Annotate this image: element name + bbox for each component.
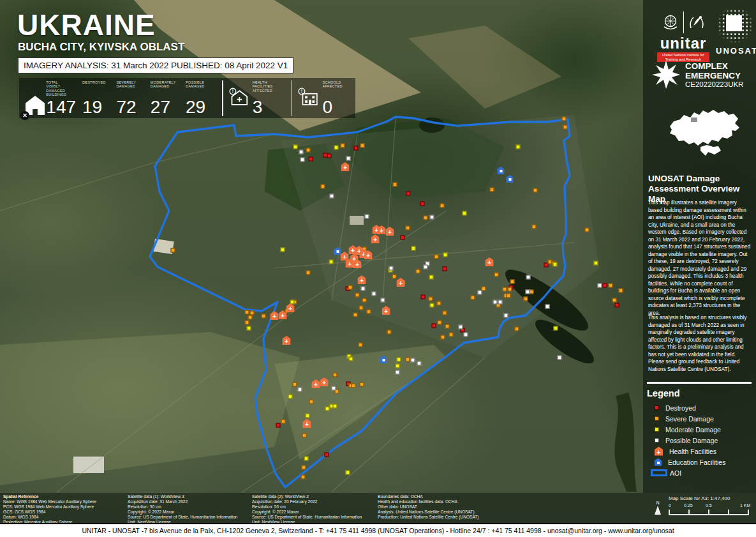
marker-moderate-damage <box>594 261 598 266</box>
divider <box>222 80 223 116</box>
marker-health-facility <box>382 306 390 315</box>
marker-severe-damage <box>306 271 311 275</box>
stat-label: TOTAL VISIBLY DAMAGED BUILDINGS <box>46 80 78 97</box>
marker-severe-damage <box>250 311 255 315</box>
footer-line: Boundaries data: OCHA <box>378 494 524 499</box>
legend-item-aoi: AOI <box>652 467 753 478</box>
legend-label: Possible Damage <box>665 437 718 444</box>
unitar-logo: unitar United Nations Institute for Trai… <box>657 9 709 62</box>
marker-severe-damage <box>530 290 534 294</box>
marker-severe-damage <box>309 400 314 404</box>
marker-destroyed <box>615 303 619 308</box>
marker-severe-damage <box>429 297 433 301</box>
map-scale-text: Map Scale for A3: 1:47,400 <box>669 495 753 501</box>
marker-severe-damage <box>440 204 445 208</box>
unosat-logo: UNOSAT <box>716 9 754 56</box>
legend-label: Moderate Damage <box>665 426 721 434</box>
health-facility-icon: ! <box>229 84 250 110</box>
scale-bar <box>669 510 749 515</box>
marker-moderate-damage <box>396 364 400 368</box>
scale-tick-label: 1 KM <box>740 503 750 508</box>
school-icon: ! <box>298 84 320 110</box>
marker-destroyed <box>443 267 447 271</box>
starburst-icon <box>652 61 680 89</box>
legend-label: Destroyed <box>665 404 696 412</box>
destroyed-swatch-icon <box>655 405 659 410</box>
legend: Destroyed Severe Damage Moderate Damage … <box>652 402 753 478</box>
marker-severe-damage <box>302 434 307 438</box>
stat-label: DESTROYED <box>82 80 112 84</box>
ukraine-locator-map <box>661 102 744 161</box>
marker-possible-damage <box>424 265 428 269</box>
marker-moderate-damage <box>281 248 285 252</box>
stat-health-facilities: HEALTH FACILITIES AFFECTED 3 <box>253 80 282 116</box>
marker-health-facility <box>341 162 350 171</box>
unosat-wordmark: UNOSAT <box>716 46 754 56</box>
footer-line: Other data: UNOSAT <box>378 504 524 510</box>
stat-value: 3 <box>253 98 282 116</box>
footer-spatial-reference: Spatial Reference Name: WGS 1984 Web Mer… <box>3 494 124 524</box>
marker-possible-damage <box>411 358 415 363</box>
unitar-emblems <box>657 9 709 36</box>
marker-possible-damage <box>526 275 531 280</box>
marker-moderate-damage <box>325 407 330 411</box>
aoi-swatch-icon <box>651 469 667 476</box>
marker-destroyed <box>603 284 607 288</box>
unitar-wordmark: unitar <box>657 36 709 51</box>
marker-moderate-damage <box>553 262 558 267</box>
footer-line: Resolution: 50 cm <box>252 504 373 510</box>
marker-severe-damage <box>392 275 397 279</box>
marker-severe-damage <box>353 313 358 317</box>
stat-moderately-damaged: MODERATELY DAMAGED 27 <box>151 80 182 116</box>
footer-data-sources: Boundaries data: OCHA Health and educati… <box>378 494 524 520</box>
marker-health-facility <box>386 227 394 236</box>
marker-severe-damage <box>333 373 337 377</box>
marker-health-facility <box>320 377 329 386</box>
emergency-line2: EMERGENCY <box>685 71 743 80</box>
stat-schools: SCHOOLS AFFECTED 0 <box>323 80 350 116</box>
marker-possible-damage <box>361 287 366 291</box>
marker-severe-damage <box>482 287 486 291</box>
marker-severe-damage <box>171 248 175 253</box>
legend-label: Health Facilities <box>669 448 716 455</box>
marker-destroyed <box>327 154 332 158</box>
marker-moderate-damage <box>247 326 251 331</box>
marker-possible-damage <box>498 300 503 305</box>
legend-item-possible: Possible Damage <box>652 435 753 446</box>
marker-moderate-damage <box>516 145 521 149</box>
legend-item-destroyed: Destroyed <box>652 402 753 413</box>
footer-line: GCS: GCS WGS 1984 <box>3 510 124 515</box>
map-scale-block: Map Scale for A3: 1:47,400 0 0.25 0.5 1 … <box>651 495 753 515</box>
marker-severe-damage <box>359 306 364 310</box>
marker-education-facility <box>507 175 514 183</box>
marker-health-facility <box>303 419 311 428</box>
marker-moderate-damage <box>430 303 434 308</box>
stat-value: 0 <box>323 98 350 116</box>
marker-possible-damage <box>298 388 302 392</box>
marker-health-facility <box>271 311 279 320</box>
footer-line: PCS: WGS 1984 Web Mercator Auxiliary Sph… <box>3 504 124 510</box>
possible-swatch-icon <box>655 438 659 442</box>
imagery-analysis-bar: IMAGERY ANALYSIS: 31 March 2022 PUBLISHE… <box>18 57 293 73</box>
marker-severe-damage <box>434 255 439 259</box>
marker-severe-damage <box>262 314 266 319</box>
footer-line: Copyright: © 2022 Maxar <box>252 510 373 515</box>
scale-tick-label: 0.25 <box>684 503 693 508</box>
marker-possible-damage <box>332 386 336 391</box>
marker-possible-damage <box>558 356 562 360</box>
marker-destroyed <box>325 453 329 457</box>
legend-label: Education Facilities <box>668 458 725 466</box>
marker-health-facility <box>312 379 320 388</box>
svg-text:!: ! <box>232 89 233 93</box>
marker-severe-damage <box>441 335 445 340</box>
marker-moderate-damage <box>333 404 337 409</box>
un-emblem-icon <box>661 13 680 32</box>
education-facility-swatch-icon <box>655 458 662 466</box>
marker-possible-damage <box>330 194 334 199</box>
marker-destroyed <box>406 192 411 196</box>
page-subtitle: BUCHA CITY, KYIVSKA OBLAST <box>18 41 184 54</box>
marker-severe-damage <box>341 144 345 148</box>
marker-destroyed <box>421 295 426 299</box>
marker-severe-damage <box>562 117 567 121</box>
marker-health-facility <box>371 234 380 243</box>
